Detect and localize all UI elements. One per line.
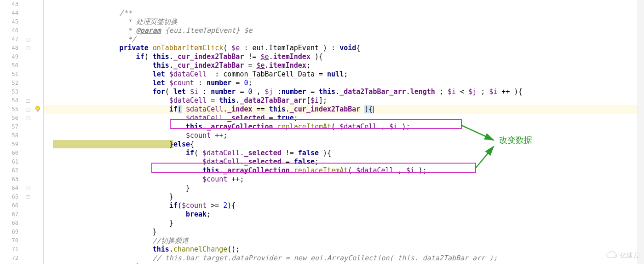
line-number[interactable]: 50	[0, 61, 18, 70]
line-number[interactable]: 52	[0, 79, 18, 88]
line-number[interactable]: 45	[0, 18, 18, 26]
code-token: ();	[227, 245, 240, 253]
line-number[interactable]: 46	[0, 26, 18, 35]
code-line[interactable]: /**	[44, 9, 644, 18]
code-token: !=	[244, 53, 260, 61]
line-number[interactable]: 49	[0, 53, 18, 61]
code-area[interactable]: 改变数据 /** * 处理页签切换 * @param {eui.ItemTapE…	[43, 0, 644, 264]
code-line[interactable]: * @param {eui.ItemTapEvent} $e	[44, 26, 644, 35]
code-line[interactable]: private onTabbarItemClick( $e : eui.Item…	[44, 44, 644, 53]
line-number[interactable]: 71	[0, 245, 18, 254]
code-line[interactable]: if($count >= 2){	[44, 201, 644, 210]
code-line[interactable]: this._arrayCollection.replaceItemAt( $da…	[44, 123, 644, 131]
code-line[interactable]: this._arrayCollection.replaceItemAt( $da…	[44, 166, 644, 175]
code-token: break	[53, 210, 207, 218]
code-line[interactable]: }	[44, 193, 644, 201]
line-number[interactable]: 60	[0, 149, 18, 158]
line-number[interactable]: 51	[0, 70, 18, 79]
line-number[interactable]: 69	[0, 228, 18, 236]
code-editor: 4344454647484950515253545556575859606162…	[0, 0, 644, 264]
line-number[interactable]: 44	[0, 9, 18, 18]
line-number[interactable]: 63	[0, 175, 18, 184]
code-line[interactable]: $dataCell._selected = false;	[44, 158, 644, 166]
code-line[interactable]: * 处理页签切换	[44, 18, 644, 26]
line-number[interactable]: 54	[0, 96, 18, 105]
code-line[interactable]: $dataCell._selected = true;	[44, 114, 644, 123]
code-token: if	[53, 201, 178, 210]
code-token: $dataCell	[202, 149, 240, 157]
code-token: $dataCell	[53, 96, 207, 105]
code-line[interactable]: }	[44, 228, 644, 236]
code-token: [	[306, 96, 310, 105]
code-token: :	[273, 88, 282, 96]
line-number[interactable]: 66	[0, 201, 18, 210]
code-line[interactable]: let $count : number = 0;	[44, 79, 644, 88]
code-token: if	[53, 53, 144, 61]
code-line[interactable]: */	[44, 35, 644, 44]
code-token: (	[331, 123, 339, 131]
line-number[interactable]: 67	[0, 210, 18, 219]
code-token: (	[144, 53, 153, 61]
line-number[interactable]: 56	[0, 114, 18, 123]
line-number[interactable]: 65	[0, 193, 18, 201]
line-number[interactable]: 55	[0, 105, 18, 114]
code-line[interactable]: if( $dataCell._index == this._cur_index2…	[44, 105, 644, 114]
code-line[interactable]: $dataCell = this._data2TabBar_arr[$i];	[44, 96, 644, 105]
code-token: ;	[477, 88, 489, 96]
code-token: .	[202, 123, 207, 131]
line-number[interactable]: 64	[0, 184, 18, 193]
code-token: private	[53, 44, 153, 52]
code-token: .	[223, 105, 227, 113]
code-line[interactable]: this._cur_index2TabBar = $e.itemIndex;	[44, 61, 644, 70]
vertical-scrollbar[interactable]	[638, 0, 644, 264]
line-number[interactable]: 43	[0, 0, 18, 9]
line-number[interactable]: 72	[0, 254, 18, 263]
fold-handle[interactable]	[26, 38, 30, 41]
fold-handle[interactable]	[26, 108, 30, 111]
code-line[interactable]: // this.bar_target.dataProvider = new eu…	[44, 254, 644, 263]
code-token: this	[219, 96, 236, 105]
code-line[interactable]	[44, 0, 644, 9]
code-line[interactable]: break;	[44, 210, 644, 219]
line-number[interactable]: 57	[0, 123, 18, 131]
line-number[interactable]: 61	[0, 158, 18, 166]
annotation-text: 改变数据	[499, 135, 532, 146]
code-line[interactable]: }	[44, 219, 644, 228]
code-token: .	[169, 53, 173, 61]
line-number[interactable]: 62	[0, 166, 18, 175]
line-number[interactable]: 47	[0, 35, 18, 44]
code-token: >=	[207, 201, 223, 210]
code-token: $j	[265, 88, 273, 96]
code-line[interactable]: if( this._cur_index2TabBar != $e.itemInd…	[44, 53, 644, 61]
line-number[interactable]: 70	[0, 236, 18, 245]
code-token: null	[327, 70, 344, 78]
line-number[interactable]: 59	[0, 140, 18, 149]
fold-handle[interactable]	[26, 187, 30, 190]
code-line[interactable]: if( $dataCell._selected != false ){	[44, 149, 644, 158]
code-line[interactable]: for( let $i : number = 0 , $j :number = …	[44, 88, 644, 96]
fold-handle[interactable]	[26, 99, 30, 103]
code-token: this	[269, 105, 286, 113]
intention-bulb-column[interactable]	[33, 0, 43, 264]
code-token: :	[198, 88, 211, 96]
line-number-gutter[interactable]: 4344454647484950515253545556575859606162…	[0, 0, 23, 264]
code-line[interactable]: $count ++;	[44, 175, 644, 184]
code-line[interactable]: let $dataCell : common_TabBarCell_Data =…	[44, 70, 644, 79]
line-number[interactable]: 58	[0, 131, 18, 140]
code-line[interactable]: //切换频道	[44, 236, 644, 245]
fold-handle[interactable]	[26, 195, 30, 199]
code-token: .	[219, 166, 223, 175]
code-line[interactable]: $count ++;	[44, 131, 644, 140]
code-line[interactable]: }else{	[44, 140, 644, 149]
code-token: (	[178, 201, 182, 210]
intention-bulb-icon[interactable]	[34, 106, 41, 113]
fold-column[interactable]	[23, 0, 33, 264]
fold-handle[interactable]	[26, 47, 30, 50]
code-line[interactable]: }	[44, 184, 644, 193]
code-line[interactable]: this.channelChange();	[44, 245, 644, 254]
line-number[interactable]: 53	[0, 88, 18, 96]
line-number[interactable]: 68	[0, 219, 18, 228]
watermark: 亿速云	[605, 251, 639, 260]
line-number[interactable]: 48	[0, 44, 18, 53]
fold-handle[interactable]	[26, 117, 30, 120]
